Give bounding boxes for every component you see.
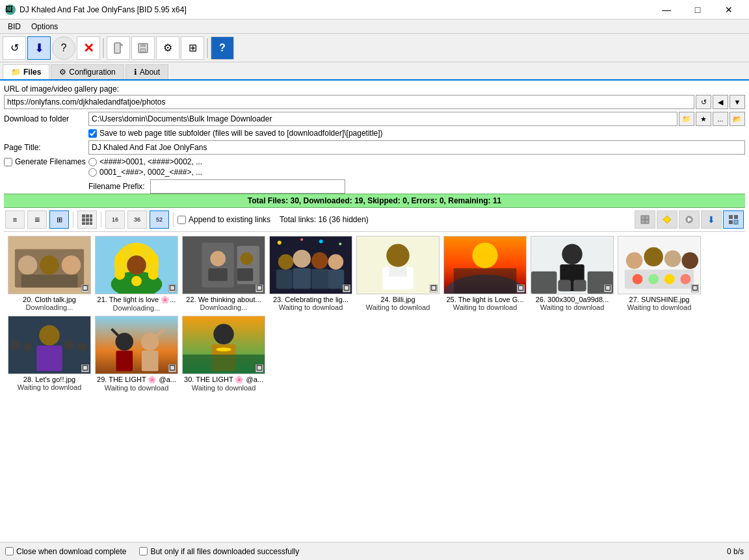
svg-point-102 — [216, 348, 231, 351]
tab-configuration[interactable]: ⚙ Configuration — [51, 64, 124, 79]
maximize-button[interactable]: □ — [683, 0, 713, 19]
about-tab-icon: ℹ — [134, 68, 137, 77]
action-2-icon — [662, 214, 672, 225]
but-only-checkbox[interactable] — [139, 547, 148, 555]
open-folder-button[interactable]: 📂 — [729, 112, 745, 126]
page-title-row: Page Title: — [4, 140, 745, 155]
thumb-corner-22: 🔲 — [256, 285, 263, 292]
bookmark-folder-button[interactable]: ★ — [696, 112, 711, 126]
radio-format-1[interactable] — [88, 158, 97, 166]
save-button[interactable] — [131, 36, 155, 60]
view-list2-button[interactable]: ≡ — [27, 210, 47, 229]
image-item-23[interactable]: 🔲 23. Celebrating the lig... Waiting to … — [269, 236, 352, 312]
image-item-21[interactable]: 🔲 21. The light is love 🌸... Downloading… — [95, 236, 178, 312]
image-label-23: 23. Celebrating the lig... — [269, 296, 352, 303]
view-compact-button[interactable] — [77, 210, 97, 229]
grid-action-1[interactable] — [635, 210, 655, 229]
toolbar: ↺ ⬇ ? ✕ ⚙ ⊞ ? — [0, 34, 749, 62]
file-button[interactable] — [107, 36, 130, 60]
download-folder-row: Download to folder 📁 ★ ... 📂 — [4, 112, 745, 126]
size-52-button[interactable]: 52 — [150, 210, 169, 229]
tabs: 📁 Files ⚙ Configuration ℹ About — [0, 62, 749, 81]
image-item-22[interactable]: 🔲 22. We thinking about... Downloading..… — [182, 236, 265, 312]
browse-folder-button[interactable]: 📁 — [679, 112, 694, 126]
url-row: ↺ ◀ ▼ — [4, 95, 745, 109]
image-label-28: 28. Let's go!!.jpg — [8, 375, 91, 383]
grid-action-2[interactable] — [657, 210, 677, 229]
help-button[interactable]: ? — [52, 36, 75, 60]
thumb-svg-26 — [531, 236, 613, 294]
download-button[interactable]: ⬇ — [27, 36, 51, 60]
image-item-30[interactable]: 🔲 30. THE LIGHT 🌸 @a... Waiting to downl… — [182, 316, 265, 392]
status-text: Total Files: 30, Downloaded: 19, Skipped… — [248, 196, 502, 205]
url-refresh-button[interactable]: ↺ — [696, 95, 711, 109]
size-36-button[interactable]: 36 — [127, 210, 147, 229]
question-button[interactable]: ? — [211, 36, 234, 60]
links-info: Total links: 16 (36 hidden) — [280, 215, 369, 224]
svg-point-48 — [278, 254, 294, 270]
image-status-20: Downloading... — [26, 303, 73, 311]
main-content: URL of image/video gallery page: ↺ ◀ ▼ D… — [0, 81, 749, 542]
thumb-svg-27 — [618, 236, 700, 294]
minimize-button[interactable]: — — [651, 0, 681, 19]
thumb-corner-29: 🔲 — [168, 364, 176, 372]
size-16-button[interactable]: 16 — [105, 210, 125, 229]
filename-prefix-input[interactable] — [150, 179, 345, 194]
refresh-button[interactable]: ↺ — [3, 36, 26, 60]
tab-about[interactable]: ℹ About — [125, 64, 168, 79]
svg-point-69 — [562, 244, 583, 265]
svg-point-91 — [77, 342, 86, 351]
generate-filenames-checkbox[interactable] — [4, 158, 12, 166]
svg-point-83 — [664, 274, 675, 285]
append-checkbox[interactable] — [177, 216, 186, 224]
page-title-input[interactable] — [88, 140, 745, 155]
image-status-22: Downloading... — [200, 303, 248, 311]
image-item-29[interactable]: 🔲 29. THE LIGHT 🌸 @a... Waiting to downl… — [95, 316, 178, 392]
image-item-20[interactable]: 🔲 20. Cloth talk.jpg Downloading... — [8, 236, 91, 312]
action-1-icon — [640, 214, 650, 225]
image-item-27[interactable]: 🔲 27. SUNSHINE.jpg Waiting to download — [618, 236, 701, 312]
grid-button[interactable]: ⊞ — [181, 36, 204, 60]
url-input[interactable] — [4, 95, 694, 109]
image-label-30: 30. THE LIGHT 🌸 @a... — [182, 375, 265, 384]
image-label-22: 22. We thinking about... — [182, 296, 265, 303]
svg-point-34 — [148, 253, 159, 264]
tab-files[interactable]: 📁 Files — [3, 64, 49, 79]
thumb-svg-23 — [270, 236, 352, 294]
image-item-24[interactable]: 🔲 24. Billi.jpg Waiting to download — [356, 236, 440, 312]
svg-point-78 — [664, 250, 681, 267]
image-item-26[interactable]: 🔲 26. 300x300_0a99d8... Waiting to downl… — [531, 236, 614, 312]
image-status-23: Waiting to download — [279, 303, 343, 311]
settings-button[interactable]: ⚙ — [156, 36, 179, 60]
view-grid-button[interactable]: ⊞ — [49, 210, 69, 229]
view-list-button[interactable]: ≡ — [5, 210, 25, 229]
url-back-button[interactable]: ◀ — [713, 95, 728, 109]
url-menu-button[interactable]: ▼ — [729, 95, 745, 109]
image-item-28[interactable]: 🔲 28. Let's go!!.jpg Waiting to download — [8, 316, 91, 392]
gen-content: <####>0001, <####>0002, ... 0001_<###>, … — [88, 157, 202, 177]
svg-rect-11 — [82, 222, 85, 225]
page-title-label: Page Title: — [4, 143, 88, 152]
more-folder-button[interactable]: ... — [713, 112, 728, 126]
close-button[interactable]: ✕ — [714, 0, 744, 19]
download-folder-input[interactable] — [88, 112, 677, 126]
filename-prefix-label: Filename Prefix: — [88, 182, 145, 191]
image-status-29: Waiting to download — [105, 384, 169, 392]
grid-action-5[interactable] — [723, 210, 744, 229]
close-when-done-checkbox[interactable] — [5, 547, 14, 555]
stop-button[interactable]: ✕ — [77, 36, 100, 60]
grid-action-3[interactable] — [679, 210, 700, 229]
thumb-svg-30 — [183, 316, 265, 374]
svg-point-36 — [131, 276, 142, 286]
menu-bid[interactable]: BID — [3, 21, 26, 32]
image-status-26: Waiting to download — [540, 303, 605, 311]
action-3-icon — [684, 214, 694, 225]
menu-options[interactable]: Options — [26, 21, 63, 32]
thumb-svg-25 — [444, 236, 526, 294]
image-item-25[interactable]: 🔲 25. The light is Love G... Waiting to … — [443, 236, 527, 312]
svg-point-49 — [293, 249, 311, 268]
grid-action-4[interactable]: ⬇ — [701, 210, 722, 229]
radio-format-2[interactable] — [88, 168, 97, 177]
svg-rect-71 — [558, 280, 571, 292]
subfolder-checkbox[interactable] — [88, 129, 97, 138]
